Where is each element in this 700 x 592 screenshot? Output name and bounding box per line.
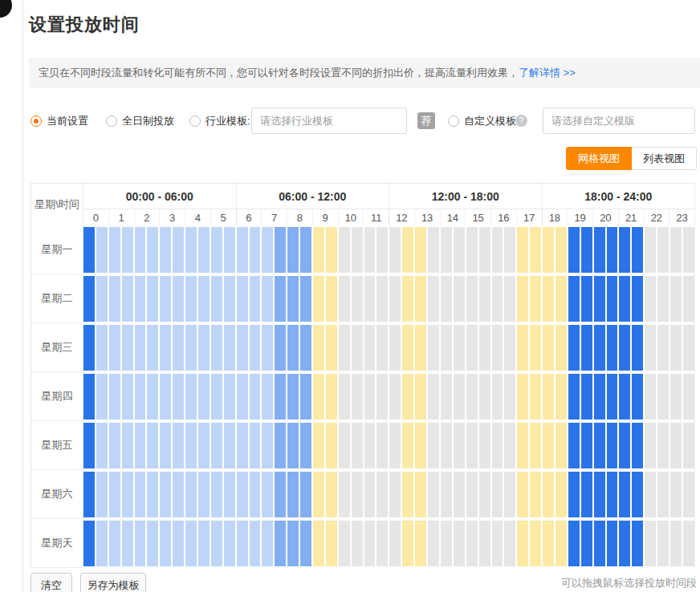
time-cell[interactable] (224, 472, 235, 517)
time-cell[interactable] (517, 472, 528, 517)
time-cell[interactable] (224, 374, 235, 420)
time-cell[interactable] (607, 325, 618, 371)
hour-header-2[interactable]: 2 (134, 209, 160, 225)
time-cell[interactable] (96, 227, 108, 273)
time-cell[interactable] (250, 472, 261, 517)
time-cell[interactable] (657, 374, 669, 420)
hour-header-17[interactable]: 17 (516, 209, 542, 225)
time-cell[interactable] (96, 423, 108, 468)
time-cell[interactable] (441, 521, 452, 566)
time-cell[interactable] (83, 472, 95, 517)
time-cell[interactable] (479, 374, 490, 420)
time-cell[interactable] (402, 521, 413, 566)
time-cell[interactable] (173, 227, 184, 273)
time-cell[interactable] (581, 374, 592, 420)
time-cell[interactable] (275, 325, 286, 371)
time-cell[interactable] (607, 521, 618, 566)
time-cell[interactable] (670, 472, 682, 517)
time-cell[interactable] (530, 521, 541, 566)
time-cell[interactable] (428, 227, 439, 273)
time-cell[interactable] (645, 472, 656, 517)
time-cell[interactable] (402, 276, 413, 322)
time-cell[interactable] (428, 276, 439, 322)
time-cell[interactable] (530, 325, 541, 371)
time-cell[interactable] (237, 472, 248, 517)
time-cell[interactable] (568, 374, 580, 420)
time-cell[interactable] (492, 521, 503, 566)
time-cell[interactable] (262, 521, 273, 566)
time-cell[interactable] (517, 374, 528, 420)
time-cell[interactable] (479, 227, 490, 273)
time-cell[interactable] (198, 423, 210, 468)
time-cell[interactable] (83, 227, 95, 273)
time-cell[interactable] (389, 276, 401, 322)
time-cell[interactable] (250, 276, 261, 322)
industry-template-input[interactable] (251, 107, 407, 134)
time-cell[interactable] (122, 423, 133, 468)
time-cell[interactable] (287, 472, 299, 517)
time-cell[interactable] (326, 325, 337, 371)
time-cell[interactable] (683, 472, 694, 517)
time-cell[interactable] (568, 276, 580, 322)
time-cell[interactable] (568, 325, 580, 371)
time-cell[interactable] (173, 276, 184, 322)
time-cell[interactable] (173, 325, 184, 371)
time-cell[interactable] (300, 276, 311, 322)
time-cell[interactable] (135, 521, 146, 566)
time-cell[interactable] (454, 374, 465, 420)
time-cell[interactable] (556, 325, 567, 371)
time-cell[interactable] (402, 325, 413, 371)
time-cell[interactable] (364, 423, 376, 468)
time-cell[interactable] (504, 472, 515, 517)
time-cell[interactable] (632, 521, 643, 566)
hour-header-11[interactable]: 11 (363, 209, 389, 225)
time-cell[interactable] (339, 276, 350, 322)
time-cell[interactable] (173, 521, 184, 566)
radio-current-setting[interactable]: 当前设置 (31, 107, 88, 136)
time-cell[interactable] (275, 374, 286, 420)
time-cell[interactable] (454, 276, 465, 322)
time-cell[interactable] (109, 276, 120, 322)
time-cell[interactable] (300, 325, 311, 371)
time-cell[interactable] (568, 521, 580, 566)
time-cell[interactable] (339, 374, 350, 420)
hour-header-0[interactable]: 0 (83, 209, 108, 225)
hour-header-9[interactable]: 9 (312, 209, 338, 225)
hour-header-4[interactable]: 4 (185, 209, 210, 225)
time-cell[interactable] (185, 227, 197, 273)
time-cell[interactable] (326, 227, 337, 273)
time-cell[interactable] (454, 472, 465, 517)
time-cell[interactable] (211, 374, 222, 420)
time-cell[interactable] (389, 423, 401, 468)
time-cell[interactable] (556, 472, 567, 517)
time-cell[interactable] (287, 374, 299, 420)
time-cell[interactable] (96, 472, 108, 517)
time-cell[interactable] (441, 276, 452, 322)
time-cell[interactable] (683, 374, 694, 420)
time-cell[interactable] (339, 472, 350, 517)
time-cell[interactable] (376, 374, 388, 420)
time-cell[interactable] (185, 472, 197, 517)
time-cell[interactable] (287, 227, 299, 273)
time-cell[interactable] (198, 472, 210, 517)
time-cell[interactable] (109, 227, 120, 273)
hour-header-3[interactable]: 3 (159, 209, 185, 225)
time-cell[interactable] (122, 472, 133, 517)
time-cell[interactable] (185, 325, 197, 371)
time-cell[interactable] (160, 325, 171, 371)
time-cell[interactable] (389, 521, 401, 566)
time-cell[interactable] (492, 472, 503, 517)
time-cell[interactable] (135, 472, 146, 517)
time-cell[interactable] (109, 423, 120, 468)
time-cell[interactable] (632, 374, 643, 420)
time-cell[interactable] (683, 423, 694, 468)
time-cell[interactable] (147, 423, 158, 468)
time-cell[interactable] (657, 227, 669, 273)
time-cell[interactable] (339, 521, 350, 566)
time-cell[interactable] (224, 423, 235, 468)
time-cell[interactable] (543, 325, 554, 371)
time-cell[interactable] (326, 521, 337, 566)
time-cell[interactable] (543, 423, 554, 468)
time-cell[interactable] (224, 325, 235, 371)
time-cell[interactable] (198, 227, 210, 273)
